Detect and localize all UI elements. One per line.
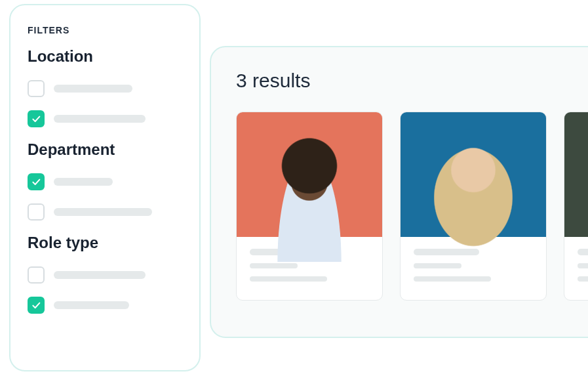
placeholder-line [54,115,146,123]
filter-group-department: Department [28,140,182,221]
placeholder-line [250,263,298,268]
results-panel: 3 results [210,46,588,338]
checkbox-unchecked[interactable] [28,203,45,221]
filter-option[interactable] [28,266,182,284]
filter-option[interactable] [28,110,182,127]
placeholder-line [250,276,327,282]
filter-group-title: Department [28,140,182,159]
filter-option[interactable] [28,297,182,314]
placeholder-line [54,301,129,309]
filter-option[interactable] [28,203,182,221]
check-icon [31,114,41,124]
result-avatar [564,112,588,237]
filters-heading: FILTERS [28,25,182,35]
filter-group-title: Location [28,47,182,66]
result-avatar [401,112,546,237]
placeholder-line [414,263,461,268]
result-card[interactable] [564,112,588,301]
checkbox-unchecked[interactable] [28,266,45,284]
placeholder-line [54,85,132,93]
placeholder-line [54,178,113,186]
placeholder-line [54,271,146,279]
checkbox-checked[interactable] [28,297,45,314]
placeholder-line [578,249,588,255]
placeholder-line [578,276,588,282]
result-avatar [237,112,382,237]
filter-group-title: Role type [28,234,182,252]
results-row [236,112,588,301]
results-count-title: 3 results [236,70,588,92]
result-card[interactable] [236,112,383,301]
checkbox-checked[interactable] [28,173,45,190]
check-icon [31,177,41,187]
placeholder-line [578,263,588,268]
placeholder-line [54,208,152,216]
filter-group-location: Location [28,47,182,127]
result-card[interactable] [400,112,547,301]
checkbox-checked[interactable] [28,110,45,127]
check-icon [31,300,41,310]
filter-group-role-type: Role type [28,234,182,314]
filter-option[interactable] [28,173,182,190]
result-meta [564,237,588,300]
filter-option[interactable] [28,80,182,97]
placeholder-line [414,276,491,282]
checkbox-unchecked[interactable] [28,80,45,97]
filters-panel: FILTERS Location Department Role type [9,4,201,371]
